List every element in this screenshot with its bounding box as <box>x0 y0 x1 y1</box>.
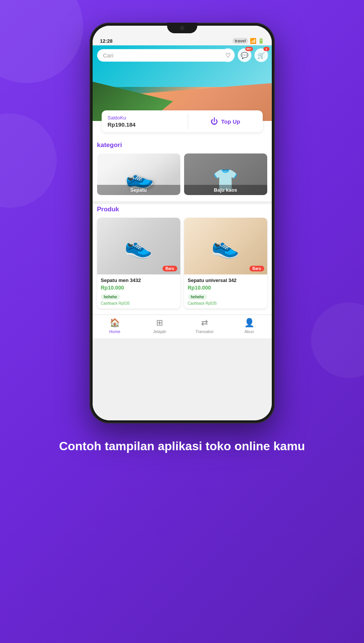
product-price-1: Rp10.000 <box>101 285 177 291</box>
app-content: Cari ♡ 💬 99+ 🛒 1 <box>93 45 272 420</box>
nav-jelajah-label: Jelajah <box>153 329 166 334</box>
search-bar[interactable]: Cari <box>97 49 234 62</box>
status-icons: travel 📶 🔋 <box>232 38 264 44</box>
chat-icon-button[interactable]: 💬 99+ <box>238 48 251 62</box>
category-card-sepatu[interactable]: Sepatu <box>97 153 180 195</box>
product-name-2: Sepatu universal 342 <box>188 277 263 283</box>
saldo-amount: Rp190.184 <box>108 121 182 128</box>
transaksi-icon: ⇄ <box>201 318 208 328</box>
wishlist-icon-button[interactable]: ♡ <box>221 48 235 62</box>
header-icons: ♡ 💬 99+ 🛒 1 <box>221 48 268 62</box>
product-cashback-2: Cashback Rp535 <box>188 301 263 305</box>
saldo-wrapper: SaldoKu Rp190.184 ⏻ Top Up kategori <box>93 118 272 201</box>
produk-title: Produk <box>97 204 267 213</box>
phone-screen: 12:28 travel 📶 🔋 Cari <box>93 26 272 420</box>
product-price-2: Rp10.000 <box>188 285 263 291</box>
topup-label: Top Up <box>221 118 240 125</box>
category-card-baju[interactable]: Baju kaos <box>184 153 267 195</box>
product-seller-1: hehehe <box>101 294 120 300</box>
product-grid: 👟 Baru Sepatu men 3432 Rp10.000 hehehe C… <box>97 218 267 308</box>
akun-icon: 👤 <box>244 318 254 328</box>
nav-akun-label: Akun <box>245 329 254 334</box>
cart-icon-button[interactable]: 🛒 1 <box>254 48 268 62</box>
product-img-wrapper-1: 👟 Baru <box>97 218 180 274</box>
product-card-1[interactable]: 👟 Baru Sepatu men 3432 Rp10.000 hehehe C… <box>97 218 180 308</box>
category-label-baju: Baju kaos <box>184 185 267 195</box>
cart-badge: 1 <box>263 47 270 51</box>
product-name-1: Sepatu men 3432 <box>101 277 177 283</box>
category-grid: Sepatu Baju kaos <box>97 153 267 195</box>
wifi-icon: 📶 <box>250 38 256 44</box>
product-img-wrapper-2: 👟 Baru <box>184 218 267 274</box>
battery-icon: 🔋 <box>258 38 264 44</box>
status-time: 12:28 <box>100 38 113 44</box>
nav-transaksi-label: Transaksi <box>195 329 213 334</box>
front-camera <box>180 26 184 30</box>
nav-akun[interactable]: 👤 Akun <box>227 318 272 334</box>
product-info-2: Sepatu universal 342 Rp10.000 hehehe Cas… <box>184 274 267 308</box>
footer-text: Contoh tampilan aplikasi toko online kam… <box>36 438 328 454</box>
chat-icon: 💬 <box>241 52 248 59</box>
saldo-label: SaldoKu <box>108 115 182 121</box>
phone-mockup: 12:28 travel 📶 🔋 Cari <box>90 23 275 423</box>
saldo-left: SaldoKu Rp190.184 <box>102 110 188 132</box>
phone-frame: 12:28 travel 📶 🔋 Cari <box>90 23 275 423</box>
nav-home[interactable]: 🏠 Home <box>93 318 138 334</box>
product-card-2[interactable]: 👟 Baru Sepatu universal 342 Rp10.000 heh… <box>184 218 267 308</box>
jelajah-icon: ⊞ <box>156 318 163 328</box>
nav-transaksi[interactable]: ⇄ Transaksi <box>182 318 227 334</box>
saldo-section: SaldoKu Rp190.184 ⏻ Top Up <box>102 110 263 132</box>
home-icon: 🏠 <box>110 318 120 328</box>
heart-icon: ♡ <box>225 52 231 59</box>
bg-circle-2 <box>0 113 57 208</box>
product-info-1: Sepatu men 3432 Rp10.000 hehehe Cashback… <box>97 274 180 308</box>
topup-icon: ⏻ <box>211 117 218 126</box>
search-placeholder: Cari <box>103 52 114 59</box>
bg-circle-1 <box>0 0 83 83</box>
kategori-title: kategori <box>97 140 267 149</box>
nav-jelajah[interactable]: ⊞ Jelajah <box>137 318 182 334</box>
category-label-sepatu: Sepatu <box>97 185 180 195</box>
chat-badge: 99+ <box>245 47 253 51</box>
baru-badge-2: Baru <box>249 266 264 271</box>
topup-button[interactable]: ⏻ Top Up <box>188 110 263 132</box>
travel-badge: travel <box>232 38 248 44</box>
nav-home-label: Home <box>109 329 120 334</box>
product-cashback-1: Cashback Rp535 <box>101 301 177 305</box>
header-section: Cari ♡ 💬 99+ 🛒 1 <box>93 45 272 121</box>
cart-icon: 🛒 <box>257 52 265 59</box>
bottom-nav: 🏠 Home ⊞ Jelajah ⇄ Transaksi 👤 Akun <box>93 315 272 338</box>
phone-notch <box>167 23 197 33</box>
produk-section: Produk 👟 Baru Sepatu men 3432 Rp10.000 <box>93 204 272 315</box>
product-seller-2: hehehe <box>188 294 207 300</box>
bg-circle-3 <box>311 302 364 378</box>
baru-badge-1: Baru <box>163 266 177 271</box>
